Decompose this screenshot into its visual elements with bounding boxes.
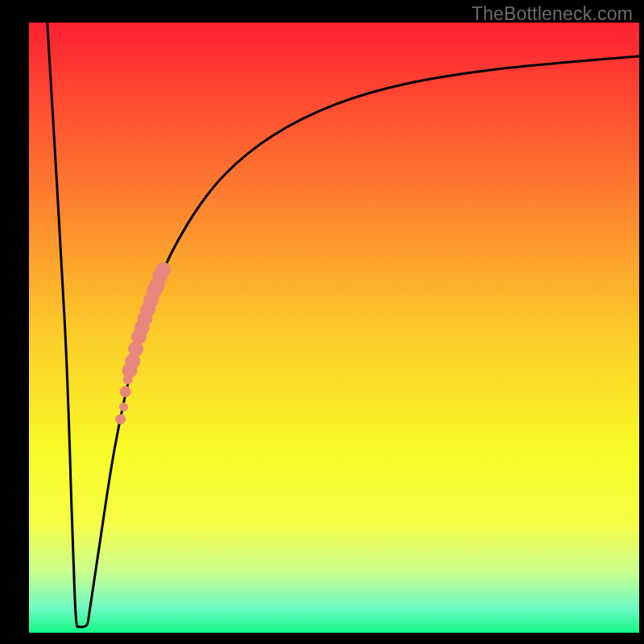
watermark-text: TheBottleneck.com (472, 3, 633, 25)
bottleneck-chart: TheBottleneck.com (0, 0, 644, 644)
chart-svg (0, 0, 644, 644)
chart-plot-area (29, 23, 639, 633)
highlight-marker (119, 402, 128, 411)
highlight-marker (155, 262, 171, 277)
highlight-marker (115, 414, 126, 424)
highlight-marker (120, 386, 131, 398)
